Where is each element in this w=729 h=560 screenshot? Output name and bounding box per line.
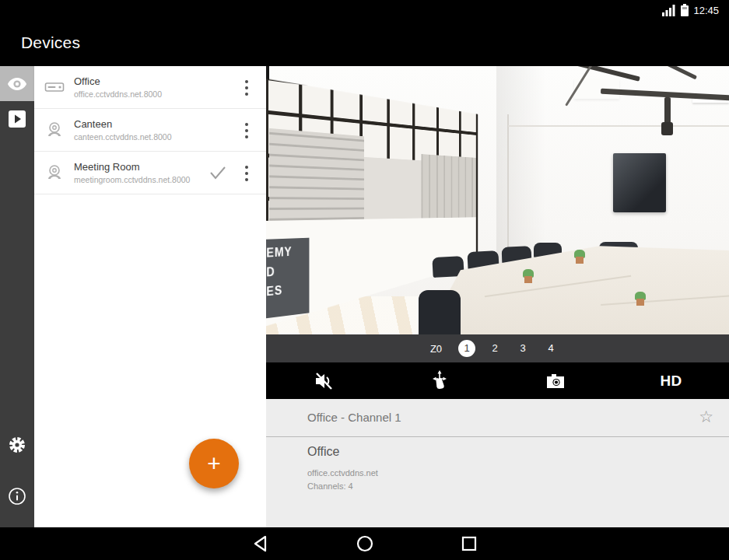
office-chair [419, 290, 461, 334]
channel-button-1[interactable]: 1 [458, 340, 475, 357]
live-video[interactable]: EMY D ES [266, 66, 729, 334]
succulent-plant [574, 250, 585, 258]
info-device-address: office.cctvddns.net [307, 468, 378, 478]
ptz-button[interactable] [382, 362, 498, 399]
device-name: Office [74, 75, 100, 87]
wall-tv [613, 153, 666, 212]
mute-icon [313, 371, 335, 391]
device-row-meeting-room[interactable]: Meeting Room meetingroom.cctvddns.net.80… [34, 152, 266, 194]
device-address: office.cctvddns.net.8000 [74, 89, 162, 99]
table-seam [601, 295, 729, 306]
succulent-plant [523, 269, 534, 278]
side-rail [0, 66, 34, 527]
eye-icon [7, 77, 27, 91]
snapshot-icon [545, 373, 566, 390]
dvr-icon [44, 78, 65, 96]
table-seam [485, 275, 631, 297]
sidebar-item-about[interactable] [0, 478, 34, 513]
device-menu-button[interactable] [243, 78, 251, 98]
battery-icon [681, 4, 689, 16]
device-info-panel: Office office.cctvddns.net Channels: 4 [266, 437, 729, 527]
device-row-office[interactable]: Office office.cctvddns.net.8000 [34, 66, 266, 109]
info-device-channels: Channels: 4 [307, 481, 353, 491]
hd-label: HD [660, 373, 682, 390]
mute-button[interactable] [266, 362, 382, 399]
android-nav-bar [0, 527, 729, 560]
info-device-name: Office [307, 445, 340, 459]
status-time: 12:45 [693, 5, 719, 16]
nav-home-button[interactable] [356, 534, 374, 553]
device-name: Canteen [74, 118, 112, 130]
sign-line: ES [266, 278, 309, 301]
sidebar-item-playback[interactable] [0, 101, 34, 136]
stream-header: Office - Channel 1 ☆ [266, 399, 729, 437]
check-icon [209, 165, 227, 180]
info-icon [8, 487, 26, 506]
app-bar: 12:45 Devices [0, 0, 729, 66]
device-list-panel: Office office.cctvddns.net.8000 Canteen … [34, 66, 266, 527]
channel-button-4[interactable]: 4 [542, 340, 559, 357]
status-cluster: 12:45 [662, 4, 719, 16]
signal-bars-icon [662, 4, 676, 16]
device-name: Meeting Room [74, 161, 140, 173]
page-title: Devices [21, 33, 80, 52]
device-menu-button[interactable] [243, 121, 251, 141]
device-menu-button[interactable] [243, 163, 251, 184]
window-building [364, 157, 422, 219]
home-icon [356, 534, 374, 553]
recents-icon [461, 535, 478, 552]
pipe-fitting [664, 97, 671, 125]
succulent-plant [635, 292, 646, 300]
device-row-canteen[interactable]: Canteen canteen.cctvddns.net.8000 [34, 109, 266, 152]
nav-back-button[interactable] [251, 534, 270, 553]
snapshot-button[interactable] [498, 362, 614, 399]
sidebar-item-settings[interactable] [0, 427, 34, 462]
wall-conduit [508, 125, 729, 127]
window-building [422, 154, 478, 219]
add-device-fab[interactable]: + [189, 439, 239, 488]
sidebar-item-live-view[interactable] [0, 66, 34, 101]
window-sign: EMY D ES [266, 238, 309, 319]
fab-plus-label: + [207, 450, 221, 477]
playback-icon [8, 110, 26, 128]
video-toolbar: HD [266, 362, 729, 399]
zoom-level-label: Z0 [430, 343, 442, 355]
device-address: canteen.cctvddns.net.8000 [74, 132, 172, 142]
channel-button-2[interactable]: 2 [486, 340, 503, 357]
camera-icon [44, 163, 65, 182]
channel-bar: Z0 1 2 3 4 [266, 334, 729, 362]
camera-icon [44, 121, 65, 139]
device-address: meetingroom.cctvddns.net.8000 [74, 175, 190, 184]
favorite-star-icon[interactable]: ☆ [699, 408, 713, 426]
ptz-icon [429, 370, 450, 392]
quality-button[interactable]: HD [613, 362, 729, 399]
stream-title: Office - Channel 1 [307, 411, 401, 424]
window-building [269, 128, 364, 221]
nav-recents-button[interactable] [460, 534, 478, 553]
gear-icon [8, 436, 26, 454]
player-panel: EMY D ES Z0 1 2 3 [266, 66, 729, 527]
channel-button-3[interactable]: 3 [514, 340, 531, 357]
back-icon [252, 534, 269, 553]
pipe-fitting [661, 122, 673, 135]
